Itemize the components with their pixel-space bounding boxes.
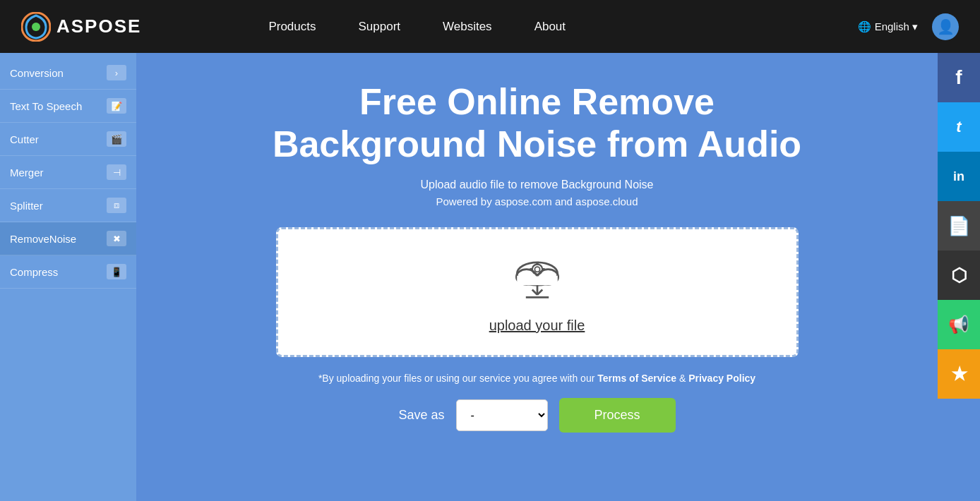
sidebar-icon-conversion: › (107, 65, 126, 80)
subtitle: Upload audio file to remove Background N… (421, 179, 654, 191)
sidebar-icon-compress: 📱 (107, 264, 126, 279)
page-title: Free Online Remove Background Noise from… (255, 81, 820, 166)
facebook-icon: f (955, 66, 962, 89)
sidebar-label-merger: Merger (10, 167, 44, 179)
main-content: Free Online Remove Background Noise from… (136, 53, 938, 501)
aspose-cloud-link[interactable]: aspose.cloud (575, 195, 638, 207)
powered-and: and (552, 195, 575, 207)
nav-about[interactable]: About (534, 20, 566, 34)
sidebar-icon-splitter: ⧈ (107, 198, 126, 213)
doc-icon: 📄 (948, 215, 970, 237)
upload-cloud-icon (506, 250, 569, 306)
github-button[interactable]: ⬡ (938, 250, 980, 300)
svg-point-6 (532, 264, 542, 274)
sidebar-icon-remove-noise: ✖ (107, 231, 126, 246)
nav-products[interactable]: Products (268, 20, 316, 34)
sidebar-item-cutter[interactable]: Cutter 🎬 (0, 123, 136, 156)
sidebar-icon-tts: 📝 (107, 98, 126, 114)
nav-support[interactable]: Support (358, 20, 400, 34)
sidebar-label-tts: Text To Speech (10, 100, 82, 112)
sidebar-label-conversion: Conversion (10, 67, 64, 79)
svg-rect-5 (517, 275, 558, 285)
announce-icon: 📢 (948, 315, 969, 334)
save-as-label: Save as (398, 408, 444, 423)
save-as-select[interactable]: - (456, 399, 548, 431)
svg-point-1 (32, 23, 40, 31)
user-avatar[interactable]: 👤 (932, 13, 959, 40)
sidebar-item-splitter[interactable]: Splitter ⧈ (0, 189, 136, 222)
doc-button[interactable]: 📄 (938, 201, 980, 250)
star-icon: ★ (951, 363, 967, 385)
social-sidebar: f t in 📄 ⬡ 📢 ★ (938, 53, 980, 501)
main-layout: Conversion › Text To Speech 📝 Cutter 🎬 M… (0, 53, 980, 501)
linkedin-button[interactable]: in (938, 152, 980, 201)
terms-text: *By uploading your files or using our se… (318, 373, 755, 384)
powered-by: Powered by aspose.com and aspose.cloud (436, 195, 638, 207)
star-button[interactable]: ★ (938, 349, 980, 399)
twitter-icon: t (956, 118, 961, 136)
logo-icon (21, 12, 51, 42)
nav-websites[interactable]: Websites (443, 20, 492, 34)
sidebar-item-merger[interactable]: Merger ⊣ (0, 156, 136, 189)
user-icon: 👤 (937, 18, 955, 35)
upload-link[interactable]: upload your file (489, 318, 585, 334)
process-button[interactable]: Process (559, 398, 676, 433)
terms-of-service-link[interactable]: Terms of Service (597, 373, 676, 384)
language-selector[interactable]: 🌐 English ▾ (858, 20, 918, 33)
lang-label: English ▾ (875, 20, 918, 33)
privacy-policy-link[interactable]: Privacy Policy (688, 373, 755, 384)
sidebar-label-compress: Compress (10, 266, 58, 278)
svg-rect-11 (542, 267, 545, 270)
save-row: Save as - Process (398, 398, 675, 433)
sidebar-label-cutter: Cutter (10, 133, 39, 145)
svg-rect-9 (536, 274, 539, 277)
announce-button[interactable]: 📢 (938, 300, 980, 349)
svg-rect-8 (536, 262, 539, 265)
terms-prefix: *By uploading your files or using our se… (318, 373, 597, 384)
logo[interactable]: ASPOSE (21, 12, 141, 42)
sidebar-label-splitter: Splitter (10, 200, 43, 212)
sidebar-icon-merger: ⊣ (107, 164, 126, 180)
facebook-button[interactable]: f (938, 53, 980, 102)
sidebar-item-conversion[interactable]: Conversion › (0, 56, 136, 90)
sidebar-item-remove-noise[interactable]: RemoveNoise ✖ (0, 222, 136, 255)
terms-amp: & (676, 373, 688, 384)
sidebar-item-compress[interactable]: Compress 📱 (0, 255, 136, 289)
sidebar: Conversion › Text To Speech 📝 Cutter 🎬 M… (0, 53, 136, 501)
github-icon: ⬡ (951, 265, 967, 286)
twitter-button[interactable]: t (938, 102, 980, 152)
globe-icon: 🌐 (858, 20, 871, 33)
aspose-com-link[interactable]: aspose.com (495, 195, 552, 207)
svg-rect-10 (530, 267, 532, 270)
svg-point-7 (534, 267, 539, 272)
navbar-right: 🌐 English ▾ 👤 (858, 13, 959, 40)
sidebar-item-text-to-speech[interactable]: Text To Speech 📝 (0, 90, 136, 123)
sidebar-icon-cutter: 🎬 (107, 131, 126, 147)
linkedin-icon: in (953, 169, 964, 184)
navbar-links: Products Support Websites About (268, 20, 857, 34)
sidebar-label-remove-noise: RemoveNoise (10, 233, 76, 245)
navbar: ASPOSE Products Support Websites About 🌐… (0, 0, 980, 53)
upload-area[interactable]: upload your file (276, 227, 799, 357)
powered-prefix: Powered by (436, 195, 494, 207)
logo-text: ASPOSE (56, 16, 141, 37)
